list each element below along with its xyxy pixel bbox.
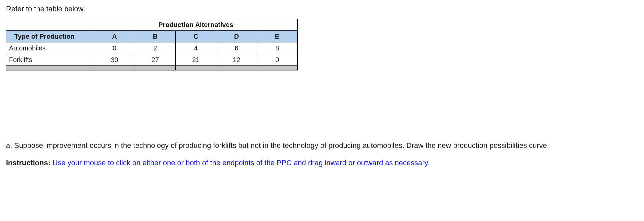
cell: 30 [94,54,135,66]
col-b-header: B [135,31,176,42]
production-table-wrap: Production Alternatives Type of Producti… [6,19,638,70]
table-row: Production Alternatives [6,19,298,31]
col-e-header: E [257,31,298,42]
table-row: Automobiles 0 2 4 6 8 [6,42,298,54]
question-a-text: a. Suppose improvement occurs in the tec… [6,141,633,151]
cell: 0 [94,42,135,54]
instructions-lead: Instructions: [6,159,50,167]
col-c-header: C [176,31,216,42]
cell: 4 [176,42,216,54]
cell: 21 [176,54,216,66]
cell: 12 [216,54,257,66]
spacer [6,74,638,141]
question-container: Refer to the table below. Production Alt… [0,0,644,182]
production-table: Production Alternatives Type of Producti… [6,19,298,70]
row-label-automobiles: Automobiles [6,42,94,54]
cell: 6 [216,42,257,54]
table-row: Forklifts 30 27 21 12 0 [6,54,298,66]
table-footer-strip [6,66,298,70]
intro-text: Refer to the table below. [6,5,638,13]
empty-cell [6,19,94,31]
type-of-production-header: Type of Production [6,31,94,42]
instructions: Instructions: Use your mouse to click on… [6,158,638,168]
instructions-body: Use your mouse to click on either one or… [50,159,430,167]
row-label-forklifts: Forklifts [6,54,94,66]
cell: 0 [257,54,298,66]
table-row: Type of Production A B C D E [6,31,298,42]
col-a-header: A [94,31,135,42]
cell: 8 [257,42,298,54]
col-d-header: D [216,31,257,42]
cell: 2 [135,42,176,54]
alternatives-header: Production Alternatives [94,19,298,31]
cell: 27 [135,54,176,66]
